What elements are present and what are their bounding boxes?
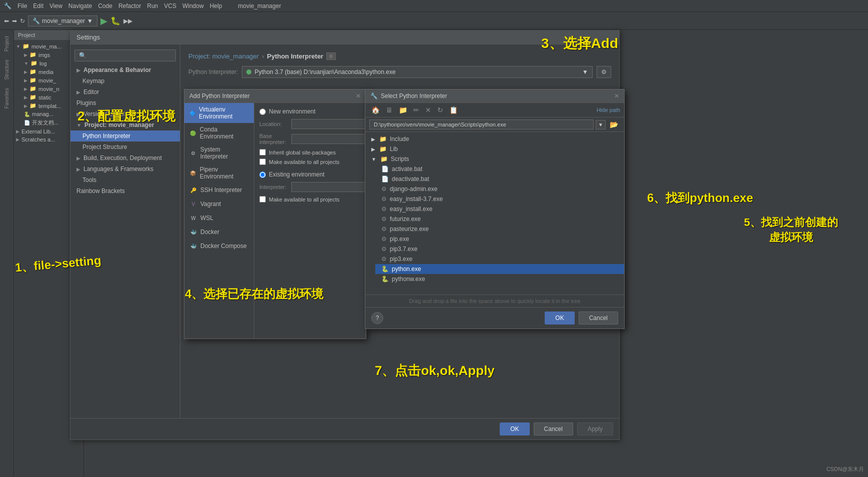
menu-file[interactable]: File	[17, 2, 27, 10]
file-pip37[interactable]: ⚙ pip3.7.exe	[375, 244, 624, 254]
nav-version-control[interactable]: ▶ Version Control	[70, 108, 180, 120]
nav-keymap[interactable]: Keymap	[70, 76, 180, 86]
settings-ok-btn[interactable]: OK	[500, 422, 529, 436]
radio-existing-env-label: Existing environment	[269, 171, 324, 178]
file-scripts-folder[interactable]: ▼ 📁 Scripts	[365, 154, 624, 164]
menu-edit[interactable]: Edit	[33, 2, 43, 10]
add-interp-conda[interactable]: 🟢 Conda Environment	[184, 123, 254, 143]
file-deactivate[interactable]: 📄 deactivate.bat	[375, 174, 624, 184]
scripts-expand: ▼	[371, 156, 376, 162]
file-python-exe[interactable]: 🐍 python.exe	[375, 264, 624, 274]
menu-vcs[interactable]: VCS	[164, 2, 176, 10]
file-pip3[interactable]: ⚙ pip3.exe	[375, 254, 624, 264]
breadcrumb-settings-icon[interactable]: ⚙	[326, 52, 336, 60]
settings-cancel-btn[interactable]: Cancel	[534, 422, 573, 436]
menu-code[interactable]: Code	[98, 2, 112, 10]
path-input[interactable]	[369, 120, 594, 130]
breadcrumb: Project: movie_manager › Python Interpre…	[188, 52, 611, 60]
select-interp-close-btn[interactable]: ✕	[614, 92, 619, 100]
base-interp-input[interactable]	[291, 134, 366, 144]
toolbar-run[interactable]: ▶	[100, 16, 107, 26]
nav-python-interpreter[interactable]: Python Interpreter	[70, 130, 180, 142]
menu-run[interactable]: Run	[147, 2, 158, 10]
radio-existing-env-row: Existing environment	[259, 171, 361, 178]
add-interp-docker-compose[interactable]: 🐳 Docker Compose	[184, 239, 254, 253]
make-avail-checkbox[interactable]	[259, 158, 266, 165]
menu-navigate[interactable]: Navigate	[68, 2, 92, 10]
select-interp-footer: ? OK Cancel	[365, 307, 624, 328]
breadcrumb-project[interactable]: Project: movie_manager	[188, 52, 259, 60]
nav-tools[interactable]: Tools	[70, 174, 180, 186]
toolbar-debug[interactable]: 🐛	[110, 16, 120, 26]
nav-project-structure[interactable]: Project Structure	[70, 142, 180, 152]
path-nav-btn[interactable]: 📂	[608, 120, 620, 130]
add-interp-system[interactable]: ⚙ System Interpreter	[184, 143, 254, 163]
interpreter-dropdown[interactable]: Python 3.7 (base) D:\ruanjian\Anaconda3\…	[242, 66, 593, 78]
toolbar-edit-btn[interactable]: ✏	[411, 105, 421, 115]
location-row: Location:	[259, 119, 361, 129]
file-easy-install[interactable]: ⚙ easy_install.exe	[375, 204, 624, 214]
interpreter-gear-btn[interactable]: ⚙	[597, 66, 611, 78]
add-interp-virtualenv[interactable]: 🔷 Virtualenv Environment	[184, 103, 254, 123]
easy-install37-icon: ⚙	[381, 196, 387, 202]
add-interp-wsl[interactable]: W WSL	[184, 211, 254, 225]
strip-favorites[interactable]: Favorites	[3, 86, 10, 110]
breadcrumb-separator: ›	[262, 52, 264, 60]
nav-appearance[interactable]: ▶ Appearance & Behavior	[70, 64, 180, 76]
menu-help[interactable]: Help	[210, 2, 222, 10]
toolbar-delete-btn[interactable]: ✕	[423, 105, 433, 115]
add-interpreter-dialog: Add Python Interpreter ✕ 🔷 Virtualenv En…	[184, 89, 366, 339]
toolbar-home-btn[interactable]: 🏠	[369, 105, 382, 115]
file-django-admin[interactable]: ⚙ django-admin.exe	[375, 184, 624, 194]
add-interp-close-btn[interactable]: ✕	[356, 92, 361, 100]
nav-plugins[interactable]: Plugins	[70, 98, 180, 108]
file-pip[interactable]: ⚙ pip.exe	[375, 234, 624, 244]
toolbar-more[interactable]: ▶▶	[123, 18, 132, 24]
select-interp-cancel-btn[interactable]: Cancel	[579, 312, 618, 324]
inherit-checkbox[interactable]	[259, 149, 266, 156]
inherit-label: Inherit global site-packages	[269, 150, 336, 156]
toolbar-project-dropdown[interactable]: 🔧 movie_manager ▼	[28, 16, 97, 26]
file-pasteurize[interactable]: ⚙ pasteurize.exe	[375, 224, 624, 234]
toolbar-copy-btn[interactable]: 📋	[447, 105, 460, 115]
menu-refactor[interactable]: Refactor	[118, 2, 141, 10]
path-dropdown-btn[interactable]: ▼	[596, 120, 606, 130]
nav-project[interactable]: ▼ Project: movie_manager	[70, 120, 180, 130]
menu-window[interactable]: Window	[182, 2, 204, 10]
select-interp-ok-btn[interactable]: OK	[545, 312, 574, 324]
nav-rainbow[interactable]: Rainbow Brackets	[70, 186, 180, 196]
hide-path-btn[interactable]: Hide path	[597, 107, 620, 113]
path-bar: ▼ 📂	[365, 118, 624, 132]
file-activate[interactable]: 📄 activate.bat	[375, 164, 624, 174]
strip-structure[interactable]: Structure	[3, 58, 10, 82]
make-avail2-checkbox[interactable]	[259, 196, 266, 202]
file-include-folder[interactable]: ▶ 📁 Include	[365, 134, 624, 144]
add-interp-vagrant[interactable]: V Vagrant	[184, 197, 254, 211]
file-lib-folder[interactable]: ▶ 📁 Lib	[365, 144, 624, 154]
interpreter-field-input[interactable]	[291, 182, 366, 192]
file-futurize[interactable]: ⚙ futurize.exe	[375, 214, 624, 224]
toolbar-btn2[interactable]: ➡	[12, 18, 17, 24]
radio-new-env[interactable]	[259, 108, 266, 115]
toolbar-folder-btn[interactable]: 📁	[397, 105, 409, 115]
select-interp-help-btn[interactable]: ?	[371, 312, 383, 324]
add-interp-ssh[interactable]: 🔑 SSH Interpreter	[184, 183, 254, 197]
settings-search[interactable]	[74, 50, 176, 62]
toolbar-refresh[interactable]: ↻	[20, 18, 25, 24]
file-pythonw-exe[interactable]: 🐍 pythonw.exe	[375, 274, 624, 284]
toolbar-desktop-btn[interactable]: 🖥	[384, 105, 395, 115]
toolbar-refresh-btn[interactable]: ↻	[435, 105, 445, 115]
nav-editor[interactable]: ▶ Editor	[70, 86, 180, 98]
app-title: movie_manager	[238, 2, 281, 10]
menu-view[interactable]: View	[49, 2, 62, 10]
nav-languages[interactable]: ▶ Languages & Frameworks	[70, 164, 180, 174]
settings-apply-btn[interactable]: Apply	[577, 422, 613, 436]
file-easy-install37[interactable]: ⚙ easy_install-3.7.exe	[375, 194, 624, 204]
strip-project[interactable]: Project	[3, 34, 10, 54]
nav-build[interactable]: ▶ Build, Execution, Deployment	[70, 152, 180, 164]
radio-existing-env[interactable]	[259, 172, 266, 178]
toolbar-btn1[interactable]: ⬅	[4, 18, 9, 24]
add-interp-pipenv[interactable]: 📦 Pipenv Environment	[184, 163, 254, 183]
add-interp-docker[interactable]: 🐳 Docker	[184, 225, 254, 239]
location-input[interactable]	[291, 119, 366, 129]
